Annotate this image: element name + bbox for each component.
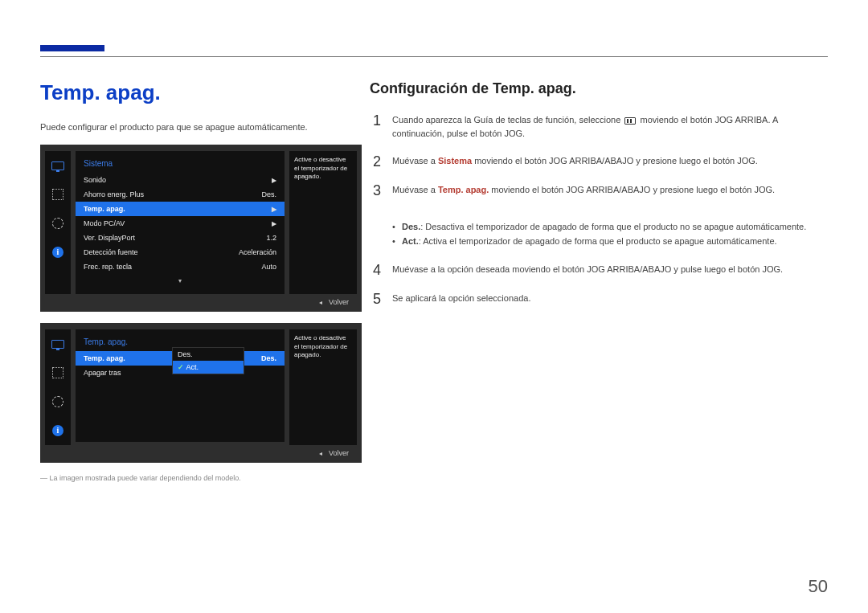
info-icon: i xyxy=(45,416,71,445)
right-column: Configuración de Temp. apag. 1 Cuando ap… xyxy=(370,80,828,306)
step-number: 1 xyxy=(370,113,384,128)
step-number: 5 xyxy=(370,292,384,306)
step-3: 3 Muévase a Temp. apag. moviendo el botó… xyxy=(370,183,828,198)
step-number: 3 xyxy=(370,183,384,198)
page-number: 50 xyxy=(809,576,828,597)
osd-row: Ver. DisplayPort1.2 xyxy=(76,231,285,245)
monitor-icon xyxy=(45,151,71,180)
step-body: Muévase a Temp. apag. moviendo el botón … xyxy=(392,183,828,197)
osd-footer: ◂ Volver xyxy=(45,294,357,309)
footnote: La imagen mostrada puede variar dependie… xyxy=(40,474,370,482)
osd-row: Ahorro energ. PlusDes. xyxy=(76,187,285,202)
osd-sidebar: i xyxy=(45,151,71,294)
gear-icon xyxy=(45,209,71,238)
step-number: 2 xyxy=(370,154,384,169)
bullet-list: Des.: Desactiva el temporizador de apaga… xyxy=(392,220,828,248)
bullet-item: Act.: Activa el temporizador de apagado … xyxy=(392,235,828,249)
step-2: 2 Muévase a Sistema moviendo el botón JO… xyxy=(370,154,828,169)
osd-sidebar: i xyxy=(45,329,71,445)
osd-screenshot-temp-apag: i Temp. apag. Temp. apag.Des. Apagar tra… xyxy=(40,323,362,463)
osd-menu: Sistema Sonido▶ Ahorro energ. PlusDes. T… xyxy=(76,151,285,294)
step-body: Cuando aparezca la Guía de teclas de fun… xyxy=(392,113,828,140)
bullet-item: Des.: Desactiva el temporizador de apaga… xyxy=(392,220,828,235)
osd-dropdown: Des. Act. xyxy=(172,347,244,374)
osd-row: Modo PC/AV▶ xyxy=(76,216,285,231)
osd-screenshot-sistema: i Sistema Sonido▶ Ahorro energ. PlusDes.… xyxy=(40,145,362,312)
header-rule xyxy=(40,56,828,57)
section-title: Configuración de Temp. apag. xyxy=(370,80,828,97)
osd-row: Sonido▶ xyxy=(76,173,285,187)
steps-list: 1 Cuando aparezca la Guía de teclas de f… xyxy=(370,113,828,306)
osd-menu: Temp. apag. Temp. apag.Des. Apagar tras … xyxy=(76,329,285,442)
back-triangle-icon: ◂ xyxy=(319,299,322,306)
target-icon xyxy=(45,180,71,209)
page-title-left: Temp. apag. xyxy=(40,80,370,105)
osd-row-selected: Temp. apag.▶ xyxy=(76,202,285,216)
step-body: Se aplicará la opción seleccionada. xyxy=(392,292,828,305)
osd-footer-label: Volver xyxy=(329,298,349,306)
osd-help-panel: Active o desactive el temporizador de ap… xyxy=(289,151,357,294)
step-number: 4 xyxy=(370,263,384,277)
target-icon xyxy=(45,358,71,387)
step-1: 1 Cuando aparezca la Guía de teclas de f… xyxy=(370,113,828,140)
osd-help-panel: Active o desactive el temporizador de ap… xyxy=(289,329,357,445)
menu-icon xyxy=(624,117,636,125)
step-5: 5 Se aplicará la opción seleccionada. xyxy=(370,292,828,306)
osd-footer: ◂ Volver xyxy=(45,445,357,460)
osd-heading: Sistema xyxy=(76,156,285,173)
intro-text: Puede configurar el producto para que se… xyxy=(40,121,370,133)
chevron-down-icon: ▾ xyxy=(76,277,285,284)
gear-icon xyxy=(45,387,71,416)
step-4: 4 Muévase a la opción deseada moviendo e… xyxy=(370,263,828,277)
osd-row: Frec. rep. teclaAuto xyxy=(76,260,285,274)
osd-footer-label: Volver xyxy=(329,449,349,457)
info-icon: i xyxy=(45,238,71,267)
osd-row: Detección fuenteAceleración xyxy=(76,245,285,260)
back-triangle-icon: ◂ xyxy=(319,450,322,457)
dropdown-option-selected: Act. xyxy=(173,361,244,374)
step-body: Muévase a Sistema moviendo el botón JOG … xyxy=(392,154,828,168)
dropdown-option: Des. xyxy=(173,348,244,361)
monitor-icon xyxy=(45,329,71,358)
step-body: Muévase a la opción deseada moviendo el … xyxy=(392,263,828,276)
header-accent-bar xyxy=(40,45,104,51)
left-column: Temp. apag. Puede configurar el producto… xyxy=(40,80,370,482)
